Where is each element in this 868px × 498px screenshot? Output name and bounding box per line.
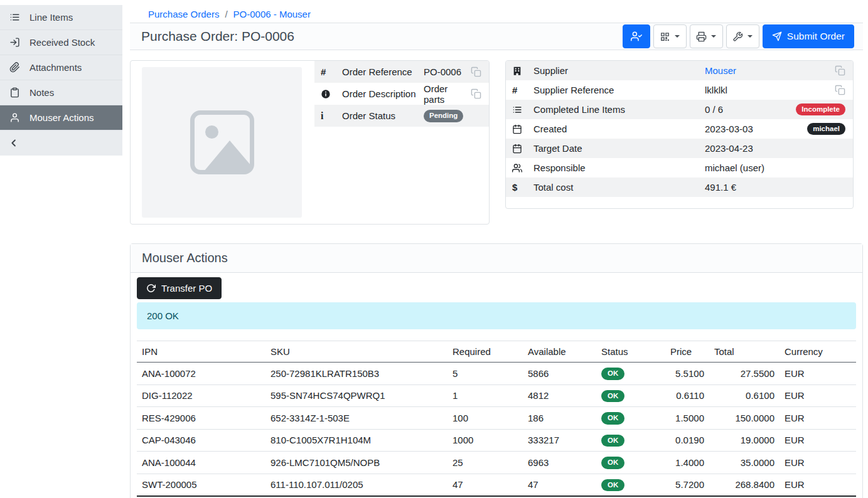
cell-sku: 926-LMC7101QM5/NOPB [265,452,447,474]
column-header-available: Available [523,341,596,363]
print-actions-dropdown[interactable] [690,24,723,48]
cell-currency: EUR [780,363,856,385]
order-details-card: # Order Reference PO-0006 Order Descript… [130,60,490,225]
breadcrumb-link-purchase-orders[interactable]: Purchase Orders [148,9,219,19]
order-actions-dropdown[interactable] [726,24,759,48]
issue-order-button[interactable] [623,24,650,48]
copy-icon[interactable] [835,65,845,76]
responsible-value: michael (user) [705,162,845,173]
cell-available: 4812 [523,384,596,407]
cell-sku: 652-3314Z-1-503E [265,407,447,430]
submit-order-button[interactable]: Submit Order [763,24,854,48]
cell-status: OK [596,474,665,496]
cell-sku: 595-SN74HCS74QPWRQ1 [265,384,447,407]
sidebar-item-mouser-actions[interactable]: Mouser Actions [0,105,122,130]
cell-status: OK [596,384,665,407]
header-actions: Submit Order [623,24,854,48]
users-icon [512,163,533,173]
column-header-required: Required [447,341,523,363]
page-header: Purchase Order: PO-0006 Submit Order [130,23,863,50]
cell-price: 1.5000 [665,407,709,430]
supplier-details-card: Supplier Mouser # Supplier Reference lkl… [505,60,854,209]
cell-sku: 611-110.107.011/0205 [265,474,447,496]
sidebar-collapse-button[interactable] [0,130,122,156]
breadcrumb-separator: / [225,9,227,19]
incomplete-badge: Incomplete [796,103,845,116]
status-alert: 200 OK [137,302,856,329]
order-image-placeholder[interactable] [142,67,302,218]
copy-icon[interactable] [835,85,845,95]
order-status-badge: Pending [424,110,463,122]
cell-status: OK [596,429,665,452]
cell-available: 47 [523,474,596,496]
line-item-row: CAP-043046810-C1005X7R1H104M1000333217OK… [137,429,856,452]
detail-row-order-reference: # Order Reference PO-0006 [314,61,489,83]
paperclip-icon [9,62,20,73]
building-icon [512,66,533,76]
cell-total: 35.0000 [709,452,780,474]
cell-total: 150.0000 [709,407,780,430]
copy-icon[interactable] [471,66,481,77]
cell-total: 0.6100 [709,384,780,407]
sidebar-item-attachments[interactable]: Attachments [0,55,122,80]
cell-ipn: RES-429006 [137,407,265,430]
cell-sku: 250-72981KLRATR150B3 [265,363,447,385]
cell-price: 1.4000 [665,452,709,474]
cell-currency: EUR [780,407,856,430]
cell-status: OK [596,452,665,474]
printer-icon [696,31,707,42]
paper-plane-icon [772,31,782,41]
transfer-po-button[interactable]: Transfer PO [137,277,222,299]
copy-icon[interactable] [471,88,481,99]
qrcode-icon [660,31,670,42]
wrench-icon [732,31,743,42]
sidebar-item-notes[interactable]: Notes [0,80,122,105]
column-header-total: Total [709,341,780,363]
ok-status-badge: OK [601,435,624,447]
hash-icon: # [512,85,533,95]
target-date-value: 2023-04-23 [705,143,845,154]
panel-body: Transfer PO 200 OK IPN SKU Required Avai… [131,273,862,498]
cell-ipn: ANA-100044 [137,452,265,474]
column-header-sku: SKU [265,341,447,363]
main-content: Purchase Orders / PO-0006 - Mouser Purch… [122,0,868,498]
cell-required: 100 [447,407,523,430]
detail-row-responsible: Responsible michael (user) [506,158,853,177]
info-circle-icon [321,89,342,99]
cell-ipn: CAP-043046 [137,429,265,452]
completed-line-items-value: 0 / 6 [705,104,796,115]
sidebar-item-received-stock[interactable]: Received Stock [0,30,122,55]
line-item-row: SWT-200005611-110.107.011/02054747OK5.72… [137,474,856,496]
ok-status-badge: OK [601,390,624,403]
cell-currency: EUR [780,474,856,496]
column-header-currency: Currency [780,341,856,363]
cell-sku: 810-C1005X7R1H104M [265,429,447,452]
cell-total: 19.0000 [709,429,780,452]
sidebar-item-label: Mouser Actions [29,112,94,123]
cell-ipn: SWT-200005 [137,474,265,496]
cell-total: 27.5500 [709,363,780,385]
sidebar-item-line-items[interactable]: Line Items [0,5,122,30]
supplier-link[interactable]: Mouser [705,65,830,76]
breadcrumb-link-current-order[interactable]: PO-0006 - Mouser [233,9,311,19]
sidebar-item-label: Notes [29,87,54,98]
image-icon [185,105,260,180]
barcode-actions-dropdown[interactable] [653,24,687,48]
order-details-section: # Order Reference PO-0006 Order Descript… [130,50,863,225]
list-icon [512,105,533,115]
hash-icon: # [321,66,342,77]
cell-required: 5 [447,363,523,385]
cell-ipn: ANA-100072 [137,363,265,385]
panel-header: Mouser Actions [131,244,862,273]
cell-currency: EUR [780,429,856,452]
supplier-reference-value: lklklkl [705,85,830,95]
cell-required: 1000 [447,429,523,452]
cell-available: 333217 [523,429,596,452]
page-title: Purchase Order: PO-0006 [141,29,294,44]
cell-required: 47 [447,474,523,496]
detail-row-target-date: Target Date 2023-04-23 [506,139,853,158]
detail-row-order-status: i Order Status Pending [314,105,489,127]
column-header-status: Status [596,341,665,363]
detail-row-completed-line-items: Completed Line Items 0 / 6 Incomplete [506,100,853,119]
table-header-row: IPN SKU Required Available Status Price … [137,341,856,363]
